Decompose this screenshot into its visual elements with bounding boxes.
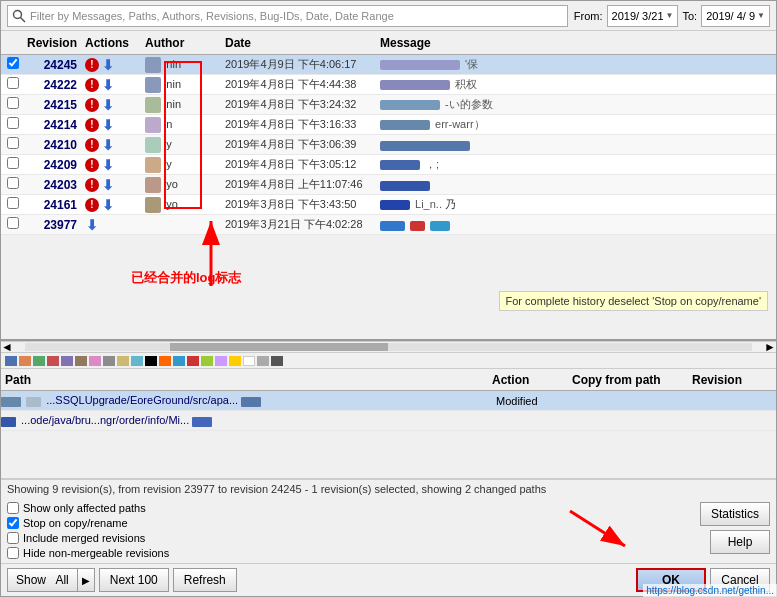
table-row[interactable]: 23977 ⬇ 2019年3月21日 下午4:02:28 [1, 215, 776, 235]
row-checkbox[interactable] [1, 197, 25, 212]
action-icon-red: ! [85, 118, 99, 132]
to-date-picker[interactable]: 2019/ 4/ 9 ▼ [701, 5, 770, 27]
row-author: nin [145, 77, 225, 93]
th-message: Message [380, 36, 776, 50]
row-actions: ! ⬇ [85, 138, 145, 152]
row-revision: 24210 [25, 138, 85, 152]
ph-copy: Copy from path [572, 373, 692, 387]
main-window: Filter by Messages, Paths, Authors, Revi… [0, 0, 777, 597]
options-area: Show only affected paths Stop on copy/re… [1, 498, 776, 563]
row-message: 积权 [380, 77, 776, 92]
path-block [1, 417, 16, 427]
status-bar: Showing 9 revision(s), from revision 239… [1, 479, 776, 498]
table-row[interactable]: 24245 ! ⬇ nin 2019年4月9日 下午4:06:17 '保 [1, 55, 776, 75]
filter-search-box[interactable]: Filter by Messages, Paths, Authors, Revi… [7, 5, 568, 27]
path-area: Path Action Copy from path Revision ...S… [1, 369, 776, 479]
statistics-button[interactable]: Statistics [700, 502, 770, 526]
row-checkbox[interactable] [1, 97, 25, 112]
row-checkbox[interactable] [1, 177, 25, 192]
row-revision: 24209 [25, 158, 85, 172]
action-icon-red: ! [85, 98, 99, 112]
path-table-header: Path Action Copy from path Revision [1, 369, 776, 391]
help-button[interactable]: Help [710, 530, 770, 554]
path-block [26, 397, 41, 407]
action-icon-merge: ⬇ [85, 218, 99, 232]
horizontal-scrollbar[interactable]: ◄ ► [1, 341, 776, 353]
row-checkbox[interactable] [1, 57, 25, 72]
path-row[interactable]: ...SSQLUpgrade/EoreGround/src/apa... Mod… [1, 391, 776, 411]
path-block [1, 397, 21, 407]
row-message [380, 218, 776, 230]
palette-swatch [19, 356, 31, 366]
cb-affected-paths-label: Show only affected paths [23, 502, 146, 514]
palette-swatch [229, 356, 241, 366]
watermark: https://blog.csdn.net/gethin... [643, 584, 776, 596]
row-author: nin [145, 57, 225, 73]
color-palette [1, 353, 776, 369]
author-name: yo [166, 198, 178, 210]
palette-swatch [173, 356, 185, 366]
row-checkbox[interactable] [1, 157, 25, 172]
avatar [145, 97, 161, 113]
path-block [192, 417, 212, 427]
row-revision: 24203 [25, 178, 85, 192]
row-date: 2019年4月8日 下午3:06:39 [225, 137, 380, 152]
ph-path: Path [5, 373, 492, 387]
row-message [380, 178, 776, 190]
cb-hide-nonmergeable[interactable] [7, 547, 19, 559]
path-row[interactable]: ...ode/java/bru...ngr/order/info/Mi... [1, 411, 776, 431]
th-date: Date [225, 36, 380, 50]
row-revision: 23977 [25, 218, 85, 232]
row-actions: ! ⬇ [85, 78, 145, 92]
table-row[interactable]: 24215 ! ⬇ nin 2019年4月8日 下午3:24:32 -い的参数 [1, 95, 776, 115]
from-date-picker[interactable]: 2019/ 3/21 ▼ [607, 5, 679, 27]
table-row[interactable]: 24161 ! ⬇ yo 2019年3月8日 下午3:43:50 Li_n.. … [1, 195, 776, 215]
message-block [380, 221, 405, 231]
table-row[interactable]: 24203 ! ⬇ yo 2019年4月8日 上午11:07:46 [1, 175, 776, 195]
show-dropdown-arrow[interactable]: ▶ [78, 568, 95, 592]
row-revision: 24245 [25, 58, 85, 72]
palette-swatch [33, 356, 45, 366]
refresh-button[interactable]: Refresh [173, 568, 237, 592]
row-actions: ! ⬇ [85, 178, 145, 192]
author-name: yo [166, 178, 178, 190]
palette-swatch [131, 356, 143, 366]
row-checkbox[interactable] [1, 117, 25, 132]
table-row[interactable]: 24209 ! ⬇ y 2019年4月8日 下午3:05:12 ，; [1, 155, 776, 175]
cb-stop-copy[interactable] [7, 517, 19, 529]
table-row[interactable]: 24210 ! ⬇ y 2019年4月8日 下午3:06:39 [1, 135, 776, 155]
row-checkbox[interactable] [1, 77, 25, 92]
avatar [145, 197, 161, 213]
scroll-left-btn[interactable]: ◄ [1, 342, 13, 352]
avatar [145, 137, 161, 153]
row-actions: ! ⬇ [85, 58, 145, 72]
path-text: ...SSQLUpgrade/EoreGround/src/apa... [46, 394, 238, 406]
show-button[interactable]: Show All [7, 568, 78, 592]
avatar [145, 177, 161, 193]
avatar [145, 57, 161, 73]
palette-swatch [5, 356, 17, 366]
scroll-thumb[interactable] [170, 343, 388, 351]
message-text: Li_n.. [415, 198, 442, 210]
table-row[interactable]: 24214 ! ⬇ n 2019年4月8日 下午3:16:33 err-warr… [1, 115, 776, 135]
author-name: nin [166, 78, 181, 90]
row-date: 2019年3月21日 下午4:02:28 [225, 217, 380, 232]
row-revision: 24214 [25, 118, 85, 132]
cb-include-merged[interactable] [7, 532, 19, 544]
row-revision: 24161 [25, 198, 85, 212]
row-checkbox[interactable] [1, 217, 25, 232]
palette-swatch [201, 356, 213, 366]
scroll-right-btn[interactable]: ► [764, 342, 776, 352]
row-actions: ! ⬇ [85, 158, 145, 172]
table-row[interactable]: 24222 ! ⬇ nin 2019年4月8日 下午4:44:38 积权 [1, 75, 776, 95]
side-buttons: Statistics Help [700, 502, 770, 554]
action-icon-red: ! [85, 158, 99, 172]
th-actions: Actions [85, 36, 145, 50]
cb-stop-copy-label: Stop on copy/rename [23, 517, 128, 529]
cb-affected-paths[interactable] [7, 502, 19, 514]
next100-button[interactable]: Next 100 [99, 568, 169, 592]
action-icon-blue: ⬇ [101, 98, 115, 112]
row-date: 2019年4月8日 下午3:16:33 [225, 117, 380, 132]
row-checkbox[interactable] [1, 137, 25, 152]
th-revision: Revision [25, 36, 85, 50]
